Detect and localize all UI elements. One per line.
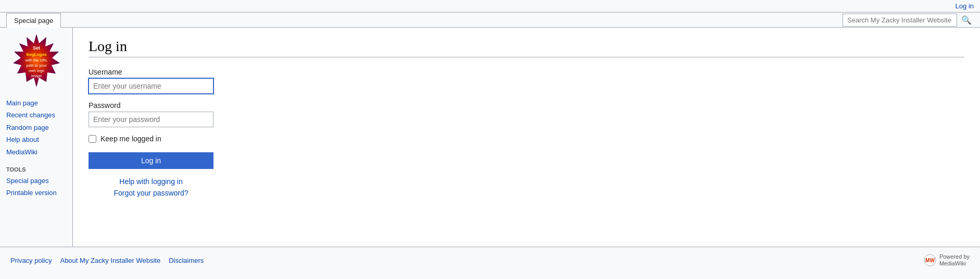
sidebar-item-main-page[interactable]: Main page	[6, 97, 67, 109]
username-label: Username	[89, 68, 964, 76]
keep-logged-in-checkbox[interactable]	[89, 135, 96, 143]
password-label: Password	[89, 101, 964, 110]
disclaimers-link[interactable]: Disclaimers	[169, 257, 204, 264]
forgot-password-link[interactable]: Forgot your password?	[114, 189, 188, 197]
svg-text:own logo: own logo	[29, 68, 44, 73]
sidebar-item-special-pages[interactable]: Special pages	[6, 175, 67, 187]
svg-text:MW: MW	[925, 258, 935, 263]
search-bar: 🔍	[843, 14, 974, 27]
password-input[interactable]	[89, 112, 213, 127]
nav-section: Main page Recent changes Random page Hel…	[6, 97, 67, 158]
special-page-tab[interactable]: Special page	[6, 13, 61, 28]
help-login-link[interactable]: Help with logging in	[119, 177, 182, 186]
svg-text:Set: Set	[33, 45, 40, 51]
logo-area: Set $wgLogos with the URL path to your o…	[0, 28, 73, 97]
footer: Privacy policy About My Zacky Installer …	[0, 247, 980, 273]
top-bar: Log in	[0, 0, 980, 13]
mediawiki-icon: MW	[924, 254, 936, 266]
sidebar: Main page Recent changes Random page Hel…	[0, 97, 73, 208]
page-title: Log in	[89, 38, 964, 57]
nav-tabs: Special page 🔍	[0, 13, 980, 28]
search-input[interactable]	[843, 14, 957, 27]
svg-text:path to your: path to your	[26, 63, 47, 68]
svg-text:$wgLogos: $wgLogos	[26, 52, 47, 57]
search-button[interactable]: 🔍	[959, 14, 974, 26]
privacy-policy-link[interactable]: Privacy policy	[10, 257, 52, 264]
main-content: Log in Username Password Keep me logged …	[73, 28, 980, 247]
nav-tabs-left: Special page	[6, 13, 62, 27]
footer-powered: MW Powered by MediaWiki	[924, 253, 970, 267]
sidebar-item-recent-changes[interactable]: Recent changes	[6, 109, 67, 121]
footer-links: Privacy policy About My Zacky Installer …	[10, 257, 204, 264]
keep-logged-in-label: Keep me logged in	[100, 135, 161, 143]
layout: Set $wgLogos with the URL path to your o…	[0, 28, 980, 247]
help-links: Help with logging in Forgot your passwor…	[89, 177, 213, 197]
sidebar-item-help-mediawiki[interactable]: Help about MediaWiki	[6, 134, 67, 158]
password-group: Password	[89, 101, 964, 127]
username-input[interactable]	[89, 78, 213, 94]
sidebar-item-printable-version[interactable]: Printable version	[6, 187, 67, 199]
powered-by-text: Powered by MediaWiki	[939, 253, 970, 267]
keep-logged-in-row: Keep me logged in	[89, 135, 964, 143]
login-button[interactable]: Log in	[89, 152, 213, 169]
svg-text:image: image	[31, 74, 42, 78]
tools-title: Tools	[6, 166, 67, 173]
sidebar-item-random-page[interactable]: Random page	[6, 122, 67, 134]
username-group: Username	[89, 68, 964, 94]
logo-badge: Set $wgLogos with the URL path to your o…	[8, 33, 65, 92]
svg-text:with the URL: with the URL	[25, 58, 48, 63]
tools-section: Tools Special pages Printable version	[6, 166, 67, 199]
about-link[interactable]: About My Zacky Installer Website	[60, 257, 160, 264]
login-link[interactable]: Log in	[956, 2, 974, 10]
